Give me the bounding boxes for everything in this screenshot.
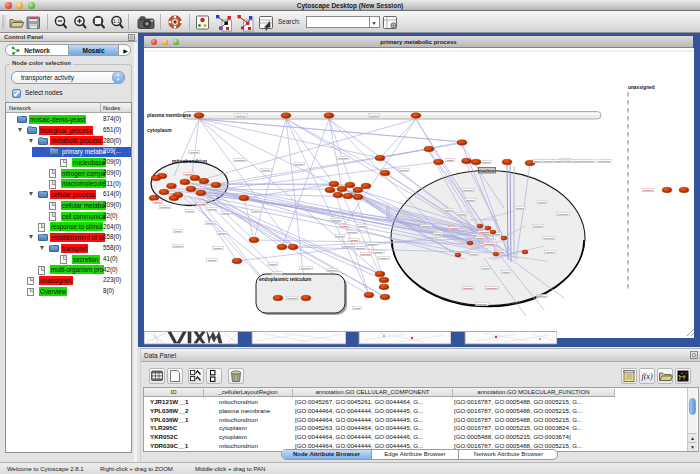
svg-text:unassigned: unassigned <box>628 85 655 90</box>
svg-text:plasma membrane: plasma membrane <box>147 112 191 118</box>
svg-text:f(x): f(x) <box>641 372 652 381</box>
svg-text:1:1: 1:1 <box>113 18 120 24</box>
svg-text:nucleus: nucleus <box>479 168 495 173</box>
svg-text:mitochondrion: mitochondrion <box>172 158 207 164</box>
svg-text:endoplasmic reticulum: endoplasmic reticulum <box>259 277 311 282</box>
svg-text:cytoplasm: cytoplasm <box>147 127 172 133</box>
